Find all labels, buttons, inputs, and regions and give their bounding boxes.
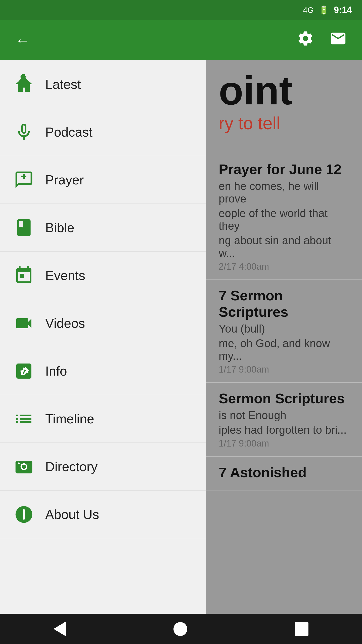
sidebar-item-bible[interactable]: Bible	[0, 204, 206, 252]
sidebar-item-events[interactable]: Events	[0, 252, 206, 299]
section-4-title: 7 Astonished	[219, 464, 349, 480]
sidebar-menu: Latest Podcast Prayer	[0, 60, 206, 614]
section-3-title: Sermon Scriptures	[219, 390, 349, 407]
content-area: oint ry to tell Prayer for June 12 en he…	[206, 60, 362, 614]
svg-rect-1	[16, 364, 31, 379]
sidebar-item-directory[interactable]: Directory	[0, 443, 206, 491]
section-1-body3: ng about sin and about w...	[219, 234, 349, 259]
content-header: oint ry to tell	[206, 60, 362, 153]
main-area: Latest Podcast Prayer	[0, 60, 362, 614]
content-subtitle: ry to tell	[219, 113, 349, 133]
home-nav-button[interactable]	[173, 622, 187, 636]
bible-label: Bible	[45, 220, 74, 235]
camera-icon	[13, 455, 35, 478]
sidebar-item-info[interactable]: Info	[0, 347, 206, 395]
section-1-body1: en he comes, he will prove	[219, 180, 349, 205]
content-section-2: 7 Sermon Scriptures You (bull) me, oh Go…	[206, 280, 362, 383]
section-2-title: 7 Sermon Scriptures	[219, 287, 349, 320]
recents-nav-button[interactable]	[295, 622, 308, 636]
sidebar-item-latest[interactable]: Latest	[0, 60, 206, 108]
settings-icon[interactable]	[297, 30, 314, 51]
sidebar-item-prayer[interactable]: Prayer	[0, 156, 206, 204]
email-icon[interactable]	[329, 30, 347, 51]
section-1-time: 2/17 4:00am	[219, 261, 349, 272]
video-icon	[13, 312, 35, 335]
sidebar-item-about[interactable]: About Us	[0, 491, 206, 538]
church-icon	[13, 73, 35, 96]
section-2-body2: me, oh God, and know my...	[219, 337, 349, 362]
timeline-label: Timeline	[45, 411, 94, 426]
content-section-4: 7 Astonished	[206, 457, 362, 491]
svg-point-7	[18, 462, 20, 464]
content-section-1: Prayer for June 12 en he comes, he will …	[206, 153, 362, 280]
toolbar-actions	[297, 30, 347, 51]
list-icon	[13, 408, 35, 430]
section-1-title: Prayer for June 12	[219, 161, 349, 177]
section-1-body2: eople of the world that they	[219, 207, 349, 232]
sidebar-item-timeline[interactable]: Timeline	[0, 395, 206, 443]
podcast-label: Podcast	[45, 125, 93, 140]
sidebar-item-podcast[interactable]: Podcast	[0, 108, 206, 156]
prayer-icon	[13, 169, 35, 191]
content-section-3: Sermon Scriptures is not Enough iples ha…	[206, 383, 362, 457]
info-label: Info	[45, 364, 67, 379]
battery-icon: 🔋	[319, 5, 329, 15]
microphone-icon	[13, 121, 35, 143]
latest-label: Latest	[45, 77, 81, 92]
edit-icon	[13, 360, 35, 382]
book-icon	[13, 216, 35, 239]
section-2-body1: You (bull)	[219, 323, 349, 335]
section-3-body1: is not Enough	[219, 409, 349, 422]
bottom-nav	[0, 614, 362, 644]
status-bar: 4G 🔋 9:14	[0, 0, 362, 20]
events-label: Events	[45, 268, 85, 283]
videos-label: Videos	[45, 316, 85, 331]
back-button[interactable]: ←	[15, 32, 30, 49]
back-nav-button[interactable]	[54, 621, 66, 636]
prayer-label: Prayer	[45, 172, 84, 187]
signal-icon: 4G	[303, 6, 314, 15]
section-3-time: 1/17 9:00am	[219, 438, 349, 449]
section-2-time: 1/17 9:00am	[219, 364, 349, 375]
time-display: 9:14	[334, 5, 352, 15]
app-toolbar: ←	[0, 20, 362, 60]
svg-rect-6	[16, 462, 31, 462]
calendar-icon	[13, 264, 35, 287]
sidebar-item-videos[interactable]: Videos	[0, 299, 206, 347]
about-label: About Us	[45, 507, 99, 522]
info-circle-icon	[13, 503, 35, 526]
content-big-title: oint	[219, 70, 349, 111]
directory-label: Directory	[45, 459, 98, 474]
section-3-body2: iples had forgotten to bri...	[219, 424, 349, 436]
svg-point-5	[22, 464, 26, 469]
